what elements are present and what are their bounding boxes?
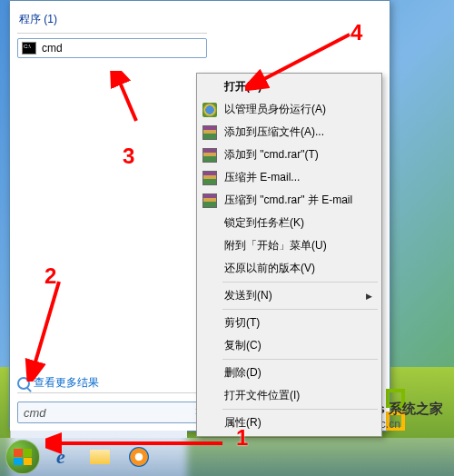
menu-item-label: 剪切(T) [224, 315, 260, 331]
rar-icon [202, 148, 217, 163]
menu-separator [222, 282, 378, 283]
menu-item-label: 以管理员身份运行(A) [224, 102, 326, 117]
rar-icon [202, 193, 217, 208]
wmp-icon [129, 447, 149, 467]
folder-icon [90, 450, 110, 464]
see-more-results-link[interactable]: 查看更多结果 [17, 375, 99, 391]
menu-item-label: 附到「开始」菜单(U) [224, 238, 327, 253]
context-menu-item-0[interactable]: 打开(O) [199, 75, 380, 98]
context-menu-item-12[interactable]: 剪切(T) [199, 312, 380, 334]
cmd-icon [22, 42, 36, 55]
context-menu-item-5[interactable]: 压缩到 "cmd.rar" 并 E-mail [199, 189, 380, 212]
context-menu-item-2[interactable]: 添加到压缩文件(A)... [199, 121, 380, 144]
context-menu-item-10[interactable]: 发送到(N)▶ [199, 284, 380, 307]
menu-item-label: 添加到 "cmd.rar"(T) [224, 147, 319, 163]
taskbar-wmp-button[interactable] [121, 442, 157, 471]
context-menu: 打开(O)以管理员身份运行(A)添加到压缩文件(A)...添加到 "cmd.ra… [196, 73, 382, 437]
menu-item-label: 还原以前的版本(V) [224, 261, 315, 276]
menu-item-label: 打开文件位置(I) [224, 388, 300, 403]
menu-separator [222, 409, 378, 410]
context-menu-item-7[interactable]: 附到「开始」菜单(U) [199, 234, 380, 257]
context-menu-item-3[interactable]: 添加到 "cmd.rar"(T) [199, 144, 380, 166]
menu-item-label: 属性(R) [224, 415, 262, 431]
rar-icon [202, 171, 217, 185]
programs-header: 程序 (1) [19, 12, 207, 27]
menu-item-label: 添加到压缩文件(A)... [224, 124, 324, 140]
taskbar-explorer-button[interactable] [82, 442, 118, 471]
menu-separator [222, 359, 378, 360]
menu-item-label: 锁定到任务栏(K) [224, 215, 304, 231]
context-menu-item-1[interactable]: 以管理员身份运行(A) [199, 98, 380, 121]
see-more-label: 查看更多结果 [34, 375, 99, 391]
search-input[interactable] [17, 402, 206, 423]
search-icon [17, 377, 30, 390]
taskbar-ie-button[interactable]: e [43, 442, 79, 471]
menu-item-label: 复制(C) [224, 338, 262, 353]
submenu-arrow-icon: ▶ [366, 292, 372, 301]
menu-separator [222, 309, 378, 310]
context-menu-item-15[interactable]: 删除(D) [199, 362, 380, 384]
context-menu-item-4[interactable]: 压缩并 E-mail... [199, 166, 380, 189]
context-menu-item-16[interactable]: 打开文件位置(I) [199, 384, 380, 407]
windows-flag-icon [14, 449, 32, 465]
menu-item-label: 压缩并 E-mail... [224, 170, 300, 185]
rar-icon [202, 125, 217, 140]
menu-item-label: 发送到(N) [224, 288, 272, 303]
context-menu-item-13[interactable]: 复制(C) [199, 334, 380, 357]
context-menu-item-8[interactable]: 还原以前的版本(V) [199, 257, 380, 280]
ie-icon: e [56, 445, 65, 469]
context-menu-item-6[interactable]: 锁定到任务栏(K) [199, 212, 380, 234]
menu-item-label: 打开(O) [224, 79, 262, 94]
menu-item-label: 压缩到 "cmd.rar" 并 E-mail [224, 193, 352, 208]
taskbar: e [0, 438, 454, 476]
result-label: cmd [42, 42, 63, 55]
search-result-cmd[interactable]: cmd [17, 38, 207, 58]
shield-icon [202, 103, 217, 117]
context-menu-item-18[interactable]: 属性(R) [199, 412, 380, 434]
menu-item-label: 删除(D) [224, 365, 262, 381]
start-button[interactable] [5, 440, 40, 474]
